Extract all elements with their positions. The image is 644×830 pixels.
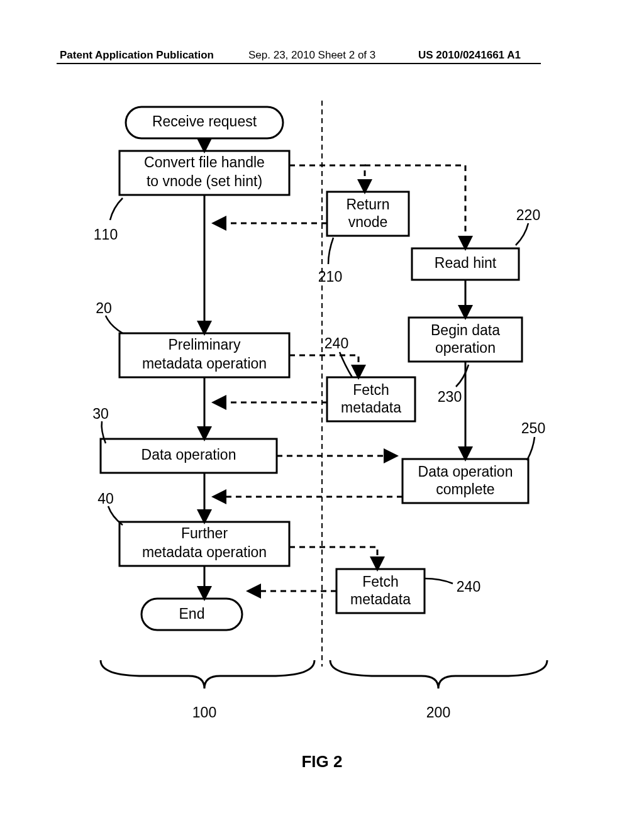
node-returnv-l1: Return (346, 196, 389, 213)
node-fetch1-l2: metadata (341, 399, 401, 416)
node-receive-text: Receive request (152, 113, 257, 130)
ref-230: 230 (438, 389, 462, 405)
node-returnv-l2: vnode (348, 214, 388, 230)
node-begindata-l2: operation (435, 340, 496, 356)
node-dataop-text: Data operation (142, 446, 236, 463)
header-center: Sep. 23, 2010 Sheet 2 of 3 (248, 49, 375, 62)
node-end-text: End (179, 606, 205, 622)
node-begindata-l1: Begin data (431, 322, 500, 338)
ref-220: 220 (516, 207, 540, 223)
node-further-l1: Further (181, 525, 228, 541)
ref-210: 210 (318, 268, 342, 285)
node-convert-l1: Convert file handle (144, 154, 265, 170)
node-fetch1-l1: Fetch (353, 382, 389, 398)
ref-240b: 240 (457, 578, 480, 595)
bracket-right-label: 200 (426, 704, 450, 721)
ref-20: 20 (96, 300, 112, 316)
header-right: US 2010/0241661 A1 (418, 49, 521, 62)
node-convert-l2: to vnode (set hint) (147, 173, 262, 189)
ref-250: 250 (521, 420, 545, 436)
node-fetch2-l2: metadata (350, 591, 411, 607)
figure-label: FIG 2 (301, 752, 342, 771)
ref-40: 40 (97, 490, 114, 507)
header-rule (57, 63, 541, 64)
page-header: Patent Application Publication Sep. 23, … (0, 49, 644, 68)
bracket-left-label: 100 (192, 704, 216, 721)
ref-110: 110 (94, 226, 118, 243)
node-further-l2: metadata operation (142, 544, 267, 560)
node-complete-l1: Data operation (418, 463, 513, 480)
node-fetch2-l1: Fetch (362, 573, 399, 590)
ref-240a: 240 (325, 335, 348, 351)
node-prelim-l1: Preliminary (168, 336, 241, 353)
node-complete-l2: complete (436, 481, 494, 497)
ref-30: 30 (92, 406, 109, 422)
node-readhint-text: Read hint (435, 255, 497, 271)
figure-canvas: Receive request Convert file handle to v… (0, 82, 644, 830)
header-left: Patent Application Publication (60, 49, 214, 62)
node-prelim-l2: metadata operation (142, 355, 267, 372)
